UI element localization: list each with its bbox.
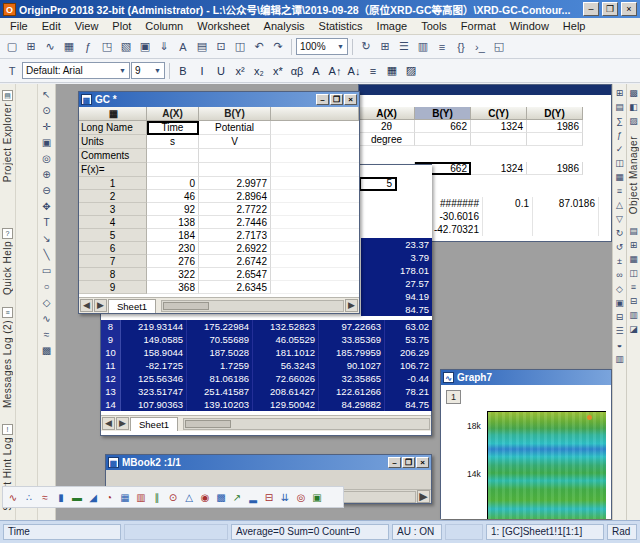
gc-window-titlebar[interactable]: ▦ GC * – ❐ × (79, 92, 359, 107)
mbook2-minimize-button[interactable]: – (388, 457, 401, 468)
horizontal-scrollbar[interactable] (183, 418, 430, 430)
import-wizard-icon[interactable]: ⇓ (155, 38, 173, 56)
cell[interactable]: 2.6742 (199, 255, 271, 268)
dock-shade-icon[interactable]: ▨ (627, 114, 640, 128)
matrix-icon[interactable]: ▦ (627, 252, 640, 266)
zoom-select[interactable]: 100% ▼ (296, 38, 348, 55)
close-button[interactable]: × (621, 2, 637, 16)
row-number[interactable]: 9 (79, 281, 147, 294)
cell[interactable]: 219.93144 (121, 320, 187, 333)
cell[interactable]: V (199, 135, 271, 149)
cell[interactable]: 323.51747 (121, 385, 187, 398)
table-row[interactable]: 3 92 2.7722 (79, 203, 359, 216)
script-window-icon[interactable]: {} (452, 38, 470, 56)
freehand-tool-icon[interactable]: ≈ (39, 326, 55, 342)
bubble-chart-icon[interactable]: ◉ (197, 489, 213, 506)
cell[interactable]: 106.72 (385, 359, 432, 372)
mbook2-close-button[interactable]: × (416, 457, 429, 468)
column-chart-icon[interactable]: ▮ (53, 489, 69, 506)
cell[interactable]: 139.10203 (187, 398, 253, 411)
row-number[interactable]: 1 (79, 177, 147, 190)
print-icon[interactable]: ▤ (193, 38, 211, 56)
cell[interactable]: 2.7173 (199, 229, 271, 242)
cell[interactable]: 184 (147, 229, 199, 242)
row-number[interactable]: 14 (101, 398, 121, 411)
cell[interactable]: 129.50042 (253, 398, 319, 411)
function-icon[interactable]: ƒ (613, 128, 626, 142)
gc-col-b-header[interactable]: B(Y) (199, 107, 271, 121)
import-ascii-icon[interactable]: A (174, 38, 192, 56)
cell[interactable]: 230 (147, 242, 199, 255)
tab-project-explorer[interactable]: ▤ Project Explorer (2, 90, 13, 182)
double-y-icon[interactable]: ∥ (149, 489, 165, 506)
layer-contents-icon[interactable]: ☰ (395, 38, 413, 56)
bold-button[interactable]: B (174, 62, 192, 80)
pan-tool-icon[interactable]: ✥ (39, 198, 55, 214)
clipboard-icon[interactable]: ◫ (627, 266, 640, 280)
infinity-icon[interactable]: ∞ (613, 268, 626, 282)
tab-scroll-right-icon[interactable]: ▶ (94, 299, 107, 312)
row-number[interactable]: 2 (79, 190, 147, 203)
cell[interactable]: degree (359, 133, 415, 146)
waterfall-icon[interactable]: ⇊ (277, 489, 293, 506)
greek-button[interactable]: αβ (288, 62, 306, 80)
vector-chart-icon[interactable]: ↗ (229, 489, 245, 506)
window-titlebar[interactable]: O OriginPro 2018 32-bit (Administrator) … (0, 0, 640, 18)
rectangle-tool-icon[interactable]: ▭ (39, 262, 55, 278)
gc-corner-cell[interactable]: ▦ (79, 107, 147, 121)
open-excel-icon[interactable]: ▧ (117, 38, 135, 56)
data-selector-icon[interactable]: ▣ (39, 134, 55, 150)
table-row[interactable]: 8 219.93144 175.22984 132.52823 97.22663… (101, 320, 432, 333)
copy-icon[interactable]: ⊡ (212, 38, 230, 56)
horizontal-scrollbar[interactable] (161, 300, 344, 312)
table-row[interactable]: 6 230 2.6922 (79, 242, 359, 255)
cell[interactable]: 1324 (471, 162, 527, 175)
cell[interactable]: 662 (415, 120, 471, 133)
gc-worksheet-window[interactable]: ▦ GC * – ❐ × ▦ A(X) B(Y) (78, 91, 360, 314)
cell[interactable]: 27.57 (361, 277, 432, 290)
open-icon[interactable]: ◳ (98, 38, 116, 56)
subscript-button[interactable]: x₂ (250, 62, 268, 80)
cell[interactable]: 107.90363 (121, 398, 187, 411)
italic-button[interactable]: I (193, 62, 211, 80)
row-number[interactable]: 10 (101, 346, 121, 359)
cell[interactable]: 138 (147, 216, 199, 229)
cell[interactable]: 23.37 (361, 238, 432, 251)
table-row[interactable]: 9 368 2.6345 (79, 281, 359, 294)
sort-desc-icon[interactable]: ▽ (613, 212, 626, 226)
cell[interactable]: 2θ (359, 120, 415, 133)
project-explorer-icon[interactable]: ▥ (414, 38, 432, 56)
graph7-canvas[interactable]: 1 18k 14k (441, 385, 611, 519)
col-b-header[interactable]: B(Y) (415, 107, 471, 120)
minimize-button[interactable]: – (583, 2, 599, 16)
bar-chart-icon[interactable]: ▬ (69, 489, 85, 506)
histogram-icon[interactable]: ▂ (245, 489, 261, 506)
cell[interactable]: 0 (147, 177, 199, 190)
status-au-toggle[interactable]: AU : ON (392, 524, 442, 540)
table-row[interactable]: 12 125.56346 81.06186 72.66026 32.35865 … (101, 372, 432, 385)
row-label[interactable]: F(x)= (79, 163, 147, 177)
cell[interactable]: 206.29 (385, 346, 432, 359)
underline-button[interactable]: U (212, 62, 230, 80)
floating-column-icon[interactable]: ▥ (133, 489, 149, 506)
line-symbol-plot-icon[interactable]: ≈ (37, 489, 53, 506)
log-icon[interactable]: ≡ (627, 280, 640, 294)
row-number[interactable]: 7 (79, 255, 147, 268)
row-number[interactable]: 8 (101, 320, 121, 333)
table-row[interactable]: 14 107.90363 139.10203 129.50042 84.2988… (101, 398, 432, 411)
row-label[interactable]: Long Name (79, 121, 147, 135)
menu-item[interactable]: Statistics (312, 19, 370, 33)
mask-tool-icon[interactable]: ◎ (39, 150, 55, 166)
maximize-button[interactable]: ❐ (602, 2, 618, 16)
cell[interactable]: 1324 (471, 120, 527, 133)
cell[interactable]: 84.29882 (319, 398, 385, 411)
layer-badge[interactable]: 1 (446, 390, 461, 404)
row-number[interactable]: 13 (101, 385, 121, 398)
row-label[interactable]: Comments (79, 149, 147, 163)
cell[interactable]: 0.1 (483, 197, 533, 210)
cell[interactable]: 46 (147, 190, 199, 203)
gc-minimize-button[interactable]: – (316, 94, 329, 105)
new-workbook-icon[interactable]: ⊞ (22, 38, 40, 56)
cell[interactable] (199, 163, 271, 177)
cell[interactable] (533, 210, 599, 223)
